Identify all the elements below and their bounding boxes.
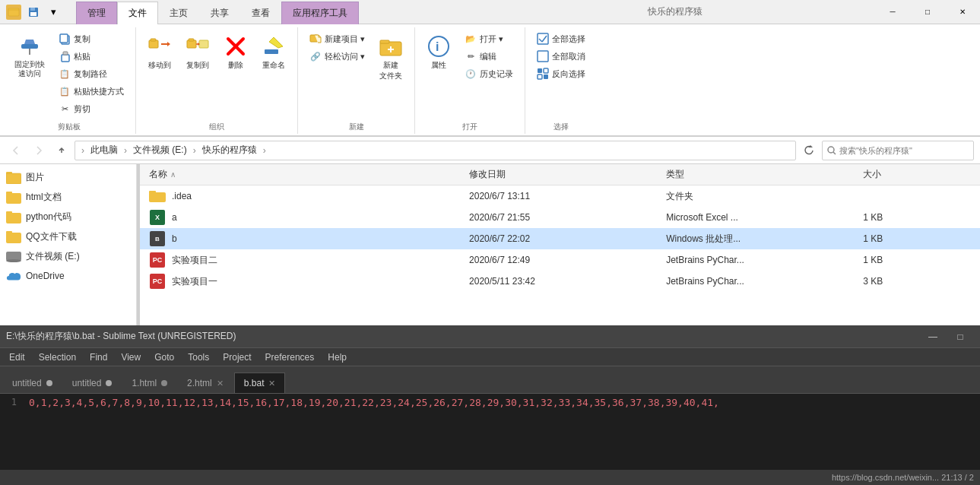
svg-rect-7: [62, 55, 69, 62]
sublime-tab-1html[interactable]: 1.html: [122, 372, 176, 393]
up-button[interactable]: [52, 141, 71, 160]
tab-close-2html[interactable]: ✕: [217, 379, 224, 388]
back-button[interactable]: [6, 141, 26, 160]
sublime-tab-untitled-2[interactable]: untitled: [63, 372, 122, 393]
col-name-header[interactable]: 名称 ∧: [143, 168, 463, 181]
quick-access-toolbar: ▾: [24, 3, 62, 21]
refresh-button[interactable]: [799, 141, 819, 160]
qat-save-button[interactable]: [24, 3, 43, 21]
sidebar-label-python: python代码: [26, 211, 71, 223]
sublime-tab-untitled-1[interactable]: untitled: [3, 372, 62, 393]
copy-button[interactable]: 复制: [53, 30, 129, 47]
rename-button[interactable]: 重命名: [256, 30, 291, 74]
new-item-button[interactable]: 新建项目 ▾: [304, 30, 370, 47]
sidebar-item-drive[interactable]: 文件视频 (E:): [0, 246, 136, 266]
sublime-tab-label-1html: 1.html: [132, 378, 157, 388]
path-item-folder[interactable]: 快乐的程序猿: [199, 142, 260, 158]
menu-help[interactable]: Help: [322, 350, 353, 364]
file-row-b[interactable]: B b 2020/6/7 22:02 Windows 批处理... 1 KB: [140, 228, 980, 249]
sidebar-item-html[interactable]: html文档: [0, 187, 136, 207]
file-list-scroll[interactable]: .idea 2020/6/7 13:11 文件夹 X a 2020/6/7 21…: [140, 185, 980, 325]
explorer-window: ▾ 管理 文件 主页 共享 查看 应用程序工具 快乐的程序猿 ─ □ ✕: [0, 0, 980, 325]
sublime-minimize-button[interactable]: —: [919, 326, 947, 347]
history-button[interactable]: 🕐 历史记录: [459, 65, 519, 82]
menu-selection[interactable]: Selection: [33, 350, 82, 364]
ribbon-content: 固定到快速访问 复制 粘贴: [0, 27, 980, 134]
invert-select-button[interactable]: 反向选择: [531, 65, 591, 82]
sidebar-item-python[interactable]: python代码: [0, 207, 136, 227]
path-item-drive[interactable]: 文件视频 (E:): [130, 142, 190, 158]
paste-shortcut-button[interactable]: 📋 粘贴快捷方式: [53, 83, 129, 100]
menu-find[interactable]: Find: [84, 350, 113, 364]
cut-button[interactable]: ✂ 剪切: [53, 100, 129, 117]
move-to-button[interactable]: 移动到: [142, 30, 177, 74]
minimize-button[interactable]: ─: [875, 0, 910, 24]
sidebar-item-onedrive[interactable]: OneDrive: [0, 266, 136, 286]
file-date-b: 2020/6/7 22:02: [463, 233, 660, 244]
properties-button[interactable]: i 属性: [421, 30, 456, 74]
path-item-computer[interactable]: 此电脑: [87, 142, 121, 158]
forward-button[interactable]: [29, 141, 49, 160]
pin-to-quickaccess-button[interactable]: 固定到快速访问: [9, 30, 50, 82]
sublime-tab-2html[interactable]: 2.html ✕: [178, 372, 233, 393]
copy-path-button[interactable]: 📋 复制路径: [53, 65, 129, 82]
menu-preferences[interactable]: Preferences: [259, 350, 321, 364]
tab-close-bbat[interactable]: ✕: [268, 379, 275, 388]
easy-access-button[interactable]: 🔗 轻松访问 ▾: [304, 48, 370, 65]
file-row-proj2[interactable]: PC 实验项目二 2020/6/7 12:49 JetBrains PyChar…: [140, 249, 980, 271]
scissors-icon: ✂: [59, 103, 71, 115]
tab-share[interactable]: 共享: [199, 2, 240, 24]
svg-rect-45: [6, 231, 12, 234]
sidebar-item-pictures[interactable]: 图片: [0, 167, 136, 187]
tab-home[interactable]: 主页: [158, 2, 199, 24]
col-size-header[interactable]: 大小: [857, 168, 977, 181]
sublime-tab-label-untitled-2: untitled: [72, 378, 102, 388]
tab-app-tools[interactable]: 应用程序工具: [281, 2, 359, 24]
maximize-button[interactable]: □: [910, 0, 945, 24]
new-folder-button[interactable]: 新建文件夹: [373, 30, 408, 85]
sublime-editor[interactable]: 1 0,1,2,3,4,5,6,7,8,9,10,11,12,13,14,15,…: [0, 394, 980, 470]
file-size-proj1: 3 KB: [857, 276, 977, 287]
sublime-maximize-button[interactable]: □: [947, 326, 974, 347]
col-size-label: 大小: [863, 169, 881, 179]
file-row-a[interactable]: X a 2020/6/7 21:55 Microsoft Excel ... 1…: [140, 207, 980, 228]
close-button[interactable]: ✕: [945, 0, 980, 24]
svg-text:i: i: [436, 40, 439, 53]
file-name-label-b: b: [172, 233, 177, 244]
open-label: 打开 ▾: [480, 33, 503, 45]
menu-view[interactable]: View: [115, 350, 147, 364]
sublime-tab-bbat[interactable]: b.bat ✕: [234, 372, 286, 393]
svg-rect-49: [149, 191, 156, 194]
deselect-all-button[interactable]: 全部取消: [531, 48, 591, 65]
search-input[interactable]: [839, 146, 969, 155]
new-label: 新建: [349, 120, 364, 134]
paste-icon: [59, 50, 71, 62]
tab-view[interactable]: 查看: [240, 2, 281, 24]
file-row-idea[interactable]: .idea 2020/6/7 13:11 文件夹: [140, 185, 980, 207]
select-all-button[interactable]: 全部选择: [531, 30, 591, 47]
delete-button[interactable]: 删除: [218, 30, 253, 74]
search-icon: [827, 146, 836, 155]
editor-content[interactable]: 0,1,2,3,4,5,6,7,8,9,10,11,12,13,14,15,16…: [23, 397, 980, 467]
qat-undo-button[interactable]: ▾: [44, 3, 62, 21]
col-type-label: 类型: [666, 169, 684, 179]
menu-goto[interactable]: Goto: [148, 350, 180, 364]
file-row-proj1[interactable]: PC 实验项目一 2020/5/11 23:42 JetBrains PyCha…: [140, 271, 980, 292]
open-button[interactable]: 📂 打开 ▾: [459, 30, 519, 47]
address-path[interactable]: › 此电脑 › 文件视频 (E:) › 快乐的程序猿 ›: [75, 141, 796, 160]
edit-button[interactable]: ✏ 编辑: [459, 48, 519, 65]
tab-manage[interactable]: 管理: [76, 2, 117, 24]
menu-project[interactable]: Project: [217, 350, 257, 364]
menu-edit[interactable]: Edit: [3, 350, 31, 364]
col-date-header[interactable]: 修改日期: [463, 168, 660, 181]
new-col: 新建项目 ▾ 🔗 轻松访问 ▾: [304, 30, 370, 65]
tab-file[interactable]: 文件: [117, 2, 158, 24]
search-box[interactable]: [822, 141, 974, 160]
sidebar-item-qq[interactable]: QQ文件下载: [0, 227, 136, 246]
copy-to-button[interactable]: 复制到: [180, 30, 215, 74]
file-type-idea: 文件夹: [660, 190, 857, 203]
menu-tools[interactable]: Tools: [182, 350, 215, 364]
svg-line-36: [833, 152, 836, 154]
col-type-header[interactable]: 类型: [660, 168, 857, 181]
paste-button[interactable]: 粘贴: [53, 48, 129, 65]
